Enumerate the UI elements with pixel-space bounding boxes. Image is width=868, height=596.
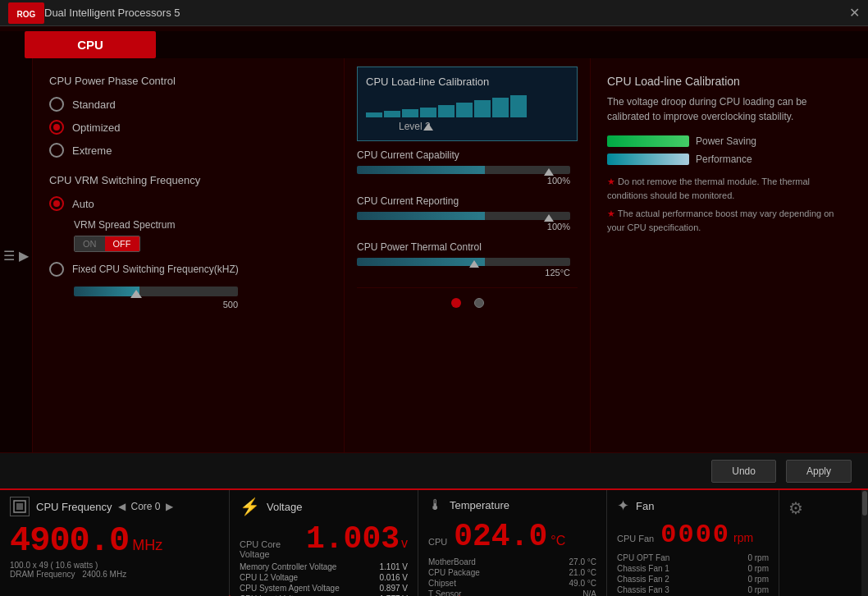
note-2: The actual performance boost may vary de… — [607, 207, 852, 234]
page-dot-2[interactable] — [474, 298, 484, 308]
voltage-row-1: CPU L2 Voltage 0.016 V — [240, 573, 408, 582]
temp-val-0: 27.0 °C — [569, 557, 596, 566]
cpu-temp-unit: °C — [550, 534, 565, 548]
temp-title: Temperature — [450, 499, 509, 511]
temp-val-1: 21.0 °C — [569, 568, 596, 577]
cpu-freq-header: CPU Frequency ◀ Core 0 ▶ — [10, 497, 219, 516]
thermal-control-title: CPU Power Thermal Control — [357, 241, 578, 253]
radio-circle-fixed — [49, 262, 64, 277]
cpu-fan-unit: rpm — [733, 531, 753, 544]
legend-bar-cyan — [607, 154, 689, 165]
right-panel: CPU Load-line Calibration The voltage dr… — [591, 58, 868, 452]
fan-section: ✦ Fan CPU Fan 0000 rpm CPU OPT Fan 0 rpm… — [607, 490, 779, 596]
sidebar[interactable]: ☰ ▶ — [0, 58, 33, 452]
close-button[interactable]: ✕ — [849, 5, 860, 21]
cpu-fan-value: 0000 — [660, 520, 730, 550]
svg-text:ROG: ROG — [17, 10, 36, 19]
thermal-control-section: CPU Power Thermal Control 125°C — [357, 241, 578, 277]
llc-arrow[interactable] — [423, 123, 433, 131]
vrm-toggle[interactable]: ON OFF — [74, 236, 140, 252]
current-reporting-track[interactable] — [357, 212, 570, 220]
core-voltage-unit: v — [401, 536, 408, 551]
radio-standard[interactable]: Standard — [49, 97, 327, 112]
voltage-section: ⚡ Voltage CPU Core Voltage 1.003 v Memor… — [230, 490, 418, 596]
legend-power-saving: Power Saving — [607, 135, 852, 147]
fixed-freq-row[interactable]: Fixed CPU Switching Frequency(kHZ) — [49, 262, 327, 277]
toggle-off[interactable]: OFF — [105, 236, 139, 251]
right-panel-title: CPU Load-line Calibration — [607, 75, 852, 88]
radio-auto[interactable]: Auto — [49, 196, 327, 211]
scroll-indicator[interactable] — [861, 490, 868, 596]
current-capability-track[interactable] — [357, 166, 570, 174]
temp-label-2: Chipset — [428, 579, 456, 588]
notes-section: Do not remove the thermal module. The th… — [607, 175, 852, 234]
legend-bar-green — [607, 135, 689, 147]
core-voltage-value: 1.003 — [306, 521, 400, 557]
voltage-label-1: CPU L2 Voltage — [240, 573, 298, 582]
radio-label-auto: Auto — [72, 198, 94, 210]
freq-slider-track[interactable] — [74, 287, 238, 296]
sidebar-menu-icon: ☰ ▶ — [3, 248, 28, 264]
voltage-label-2: CPU System Agent Voltage — [240, 584, 340, 593]
freq-unit: MHz — [132, 537, 162, 554]
fan-val-0: 0 rpm — [747, 553, 769, 562]
radio-circle-extreme — [49, 143, 64, 158]
cpu-freq-title: CPU Frequency — [36, 501, 112, 513]
radio-extreme[interactable]: Extreme — [49, 143, 327, 158]
current-capability-value: 100% — [357, 176, 570, 186]
llc-bar-8 — [492, 98, 509, 117]
title-bar: ROG Dual Intelligent Processors 5 ✕ — [0, 0, 868, 26]
freq-slider-container: 500 — [74, 287, 327, 309]
radio-circle-auto — [49, 196, 64, 211]
current-capability-thumb[interactable] — [544, 168, 554, 176]
radio-circle-standard — [49, 97, 64, 112]
radio-circle-optimized — [49, 120, 64, 135]
llc-bar-9 — [510, 95, 527, 117]
fan-row-2: Chassis Fan 2 0 rpm — [617, 575, 769, 584]
core-next-btn[interactable]: ▶ — [166, 501, 173, 512]
llc-title: CPU Load-line Calibration — [366, 76, 569, 88]
voltage-val-0: 1.101 V — [380, 562, 408, 571]
voltage-lightning-icon: ⚡ — [240, 497, 260, 516]
llc-bar-4 — [420, 108, 436, 117]
rog-logo: ROG — [8, 2, 44, 24]
llc-bar-3 — [402, 109, 418, 117]
core-prev-btn[interactable]: ◀ — [118, 501, 126, 512]
cpu-temp-value: 024.0 — [454, 519, 547, 554]
vrm-spread-label: VRM Spread Spectrum — [74, 219, 327, 231]
fan-val-1: 0 rpm — [747, 564, 769, 573]
apply-button[interactable]: Apply — [786, 460, 852, 483]
gear-icon[interactable]: ⚙ — [788, 498, 803, 518]
radio-optimized[interactable]: Optimized — [49, 120, 327, 135]
fan-icon: ✦ — [617, 497, 629, 515]
thermometer-icon: 🌡 — [428, 497, 443, 514]
llc-bar-1 — [366, 112, 382, 117]
undo-button[interactable]: Undo — [711, 460, 776, 483]
rog-icon: ROG — [8, 2, 44, 24]
llc-slider-bars — [366, 94, 569, 117]
voltage-row-0: Memory Controller Voltage 1.101 V — [240, 562, 408, 571]
cpu-tab[interactable]: CPU — [25, 31, 156, 58]
page-dot-1[interactable] — [451, 298, 461, 308]
toggle-on[interactable]: ON — [75, 236, 105, 251]
freq-slider-thumb[interactable] — [130, 290, 142, 298]
vrm-section: CPU VRM Switching Frequency Auto VRM Spr… — [49, 174, 327, 309]
current-reporting-thumb[interactable] — [544, 214, 554, 222]
llc-box: CPU Load-line Calibration Level 3 — [357, 66, 578, 141]
fan-row-1: Chassis Fan 1 0 rpm — [617, 564, 769, 573]
app-title: Dual Intelligent Processors 5 — [44, 7, 849, 19]
scroll-thumb[interactable] — [862, 491, 867, 516]
freq-display: 4900.0 MHz — [10, 521, 219, 561]
note-1: Do not remove the thermal module. The th… — [607, 175, 852, 202]
fan-title: Fan — [636, 500, 654, 512]
fan-row-3: Chassis Fan 3 0 rpm — [617, 585, 769, 594]
core-voltage-label: CPU Core Voltage — [240, 539, 304, 559]
temp-val-2: 49.0 °C — [569, 579, 596, 588]
thermal-control-thumb[interactable] — [469, 260, 479, 268]
radio-label-extreme: Extreme — [72, 144, 112, 157]
thermal-control-track[interactable] — [357, 258, 570, 266]
llc-bar-2 — [384, 111, 400, 117]
llc-level-row: Level 3 — [366, 121, 569, 132]
dram-freq: DRAM Frequency 2400.6 MHz — [10, 570, 219, 579]
fan-label-3: Chassis Fan 3 — [617, 585, 669, 594]
